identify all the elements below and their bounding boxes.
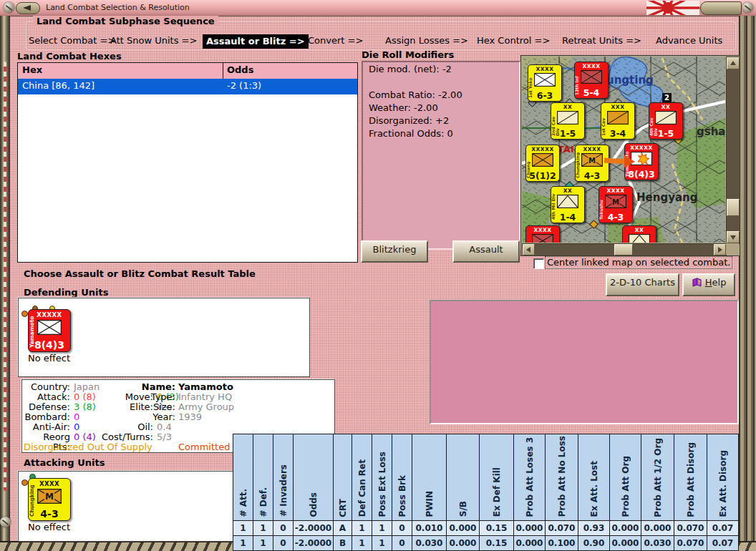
vertical-scroll-thumb[interactable] (727, 199, 740, 216)
svg-text:M: M (612, 198, 619, 206)
blitzkrieg-button[interactable]: Blitzkrieg (361, 240, 428, 263)
crt-column-header: CRT (334, 434, 352, 521)
subphase-step[interactable]: Convert => (308, 34, 363, 47)
unit-value-label: 4-3 (29, 508, 70, 520)
unit-value-label: 5(1)2 (526, 170, 559, 181)
unit-size-label: XXXXX (625, 145, 658, 151)
unit-value-label: 8(4)3 (29, 339, 70, 351)
stack-count-badge: 2 (662, 93, 672, 102)
unit-size-label: XXX (601, 104, 634, 110)
map-unit-counter[interactable]: XXXX12th Inf5-4 (574, 62, 609, 99)
subphase-step[interactable]: Hex Control => (477, 34, 550, 47)
crt-cell: 0.070 (674, 521, 707, 536)
map-unit-counter[interactable]: XXX1st Cav3-4 (601, 102, 635, 140)
map-vertical-scrollbar[interactable] (726, 57, 740, 244)
map-unit-counter[interactable]: XX4th Cav Div1-5 (649, 102, 683, 140)
map-unit-counter[interactable]: XX2nd Cav Div1-5 (551, 102, 585, 140)
crt-cell: -2.0000 (294, 536, 334, 551)
crt-cell: 0.000 (447, 521, 480, 536)
blitzkrieg-button-label: Blitzkrieg (373, 244, 417, 255)
window-menu-icon[interactable] (16, 2, 40, 14)
subphase-step[interactable]: Select Combat => (29, 34, 115, 47)
window-frame-left (0, 16, 10, 541)
scroll-down-button[interactable] (727, 231, 740, 243)
attacker-effect-text: No effect (28, 522, 70, 532)
crt-cell: B (334, 536, 352, 551)
unit-symbol-icon (534, 73, 556, 87)
antiair-label: Anti-Air: (24, 422, 70, 432)
linked-map[interactable]: ungting gsha Hengyang TAI XXXX1st Yoko6-… (520, 55, 740, 256)
modifier-line: Disorganized: +2 (369, 115, 519, 127)
unit-value-label: 4-3 (599, 212, 632, 223)
subphase-step[interactable]: Advance Units (656, 34, 722, 47)
crt-column-header: Ex Att. Lost (578, 434, 610, 521)
subphase-step[interactable]: Assign Losses => (385, 34, 468, 47)
cost-label: Cost/Turns: (91, 432, 153, 442)
country-label: Country: (24, 382, 70, 392)
hex-row[interactable]: China [86, 142]-2 (1:3) (18, 79, 357, 94)
crt-cell: 0.000 (641, 521, 674, 536)
scroll-up-button[interactable] (727, 57, 740, 69)
subphase-step[interactable]: Assault or Blitz => (203, 34, 309, 49)
charts-button[interactable]: 2-D-10 Charts (606, 273, 679, 296)
screw-icon (0, 517, 11, 527)
attacking-unit-counter[interactable]: XXXX Chungking M 4-3 (28, 478, 71, 521)
oil-value: 0.4 (157, 422, 172, 432)
crt-cell: 0 (273, 521, 294, 536)
rising-sun-flag-icon (646, 1, 699, 15)
crt-column-header: # Invaders (273, 434, 294, 521)
map-unit-counter[interactable]: XX4th Mil Div1-4 (551, 186, 585, 223)
crt-row: 110-2.0000A1100.0100.0000.150.0000.0700.… (233, 521, 739, 536)
subphase-step[interactable]: Att Snow Units => (110, 34, 197, 47)
center-map-checkbox[interactable] (533, 258, 544, 269)
modifier-line (369, 77, 519, 88)
unit-name-label: Div (623, 232, 627, 243)
map-unit-counter[interactable]: XXXXInf (525, 225, 560, 243)
unit-symbol-icon (629, 234, 650, 243)
unit-symbol-icon (532, 234, 553, 243)
title-bar[interactable]: Land Combat Selection & Resolution (0, 0, 756, 16)
assault-button[interactable]: Assault (452, 240, 520, 263)
status-disorganized-text: Disorganized Out Of Supply (24, 442, 152, 452)
combat-hexes-table[interactable]: Hex Odds China [86, 142]-2 (1:3) (17, 62, 358, 263)
defending-unit-counter[interactable]: XXXXX Yamamoto 8(4)3 (28, 309, 71, 352)
crt-cell: 0.15 (480, 536, 514, 551)
unit-value-label: 1-5 (551, 128, 584, 139)
horizontal-scroll-thumb[interactable] (614, 244, 633, 255)
odds-cell: -2 (1:3) (227, 80, 261, 91)
crt-cell: 1 (372, 521, 392, 536)
scroll-right-button[interactable] (714, 244, 726, 255)
unit-symbol-icon (607, 111, 629, 125)
cost-value: 5/3 (157, 432, 172, 442)
crt-column-header: Prob Att Org (610, 434, 641, 521)
attacking-units-title: Attacking Units (24, 457, 105, 468)
name-value: Yamamoto (178, 382, 233, 392)
map-unit-counter[interactable]: XXXXXChiang5(1)2 (525, 145, 560, 182)
year-label: Year: (108, 412, 175, 422)
oil-label: Oil: (91, 422, 153, 432)
crt-cell: 0.030 (641, 536, 674, 551)
unit-size-label: XXXX (599, 187, 632, 194)
crt-cell: 0.070 (546, 521, 578, 536)
help-button[interactable]: ? Help (682, 273, 735, 296)
center-map-checkbox-label[interactable]: Center linked map on selected combat. (545, 256, 732, 269)
map-viewport[interactable]: ungting gsha Hengyang TAI XXXX1st Yoko6-… (522, 57, 725, 243)
hex-table-header: Hex Odds (18, 63, 357, 79)
svg-text:M: M (588, 157, 596, 165)
crt-cell: 0.010 (412, 521, 447, 536)
unit-size-label: XXXXX (526, 146, 559, 152)
crt-column-header: Prob Att Disorg (674, 434, 707, 521)
map-horizontal-scrollbar[interactable] (522, 243, 727, 256)
hex-col-header: Hex (22, 64, 42, 75)
unit-value-label: 5-4 (575, 87, 608, 98)
crt-column-header: PWIN (412, 434, 447, 521)
scroll-left-button[interactable] (523, 244, 535, 255)
crt-cell: 0.90 (578, 536, 610, 551)
map-unit-counter[interactable]: XXXX1st Yoko6-3 (528, 64, 562, 102)
crt-column-header: Poss Brk (392, 434, 412, 521)
map-unit-counter[interactable]: XXXXTokushuM4-3 (598, 186, 633, 223)
map-unit-counter[interactable]: XXDiv (622, 225, 656, 243)
subphase-step[interactable]: Retreat Units => (562, 34, 641, 47)
charts-button-label: 2-D-10 Charts (610, 277, 675, 288)
land-combat-window: Land Combat Selection & Resolution Land … (0, 0, 756, 551)
